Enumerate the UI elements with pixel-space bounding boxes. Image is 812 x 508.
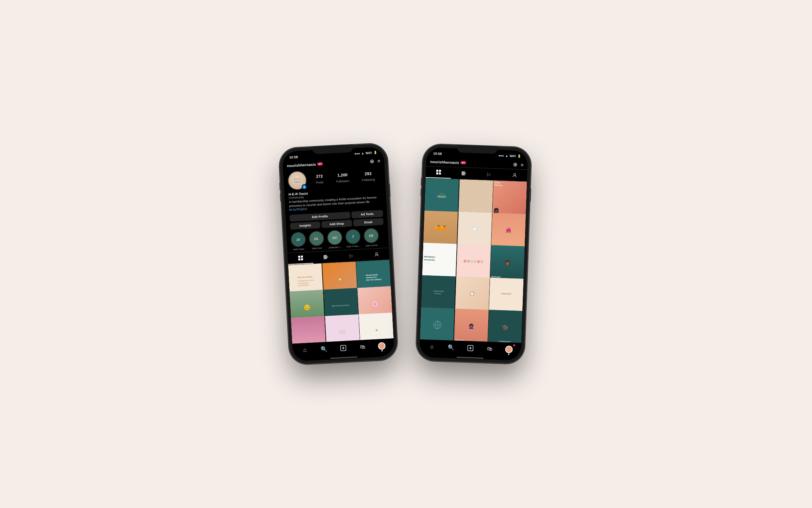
photo-grid-left: The Art of Inner... • mindfulness practi… [288,260,394,343]
ad-tools-button[interactable]: Ad Tools [351,210,383,218]
grid-cell[interactable]: 🌺 [491,213,526,247]
grid-cell[interactable] [458,179,493,214]
nav-add[interactable] [338,343,349,353]
menu-icon-right[interactable]: ≡ [521,162,524,167]
live-badge-right: ●+ [460,161,466,164]
screen-right: 10:58 ●●● ▲ WiFi 🔋 nourishheroasis ●+ ⊕ … [419,147,528,361]
grid-cell[interactable]: ◯◯◯◯◯◯ [325,314,360,344]
tab-grid-right[interactable] [426,166,451,179]
nav-profile-right[interactable] [503,344,514,354]
tab-grid[interactable] [288,252,314,265]
header-icons-left: ⊕ ≡ [369,157,380,165]
nav-profile[interactable] [376,341,387,351]
highlight-daily-inspo[interactable]: DI daily inspo [290,232,306,251]
nav-home[interactable]: ⌂ [299,345,310,355]
grid-cell[interactable]: ✉️ [457,212,492,246]
phone-left: 10:58 ●●● ▲ WiFi 🔋 nourishheroasis ●+ ⊕ … [278,143,398,365]
screen-left: 10:58 ●●● ▲ WiFi 🔋 nourishheroasis ●+ ⊕ … [282,147,394,362]
scene: 10:58 ●●● ▲ WiFi 🔋 nourishheroasis ●+ ⊕ … [284,146,528,362]
grid-cell[interactable]: 🌿🌿 TRUST [424,178,459,213]
stat-posts: 272 Posts [315,174,323,185]
photo-grid-right: 🌿🌿 TRUST femmepreneur [420,178,527,343]
video-icon [323,254,329,260]
nav-home-right[interactable]: ⌂ [426,342,437,352]
nav-add-right[interactable] [465,343,476,353]
tab-tagged-right[interactable] [502,169,527,182]
avatar-plus[interactable]: + [301,184,307,190]
tab-reels-right[interactable]: ▷ [476,168,502,181]
highlight-past-events[interactable]: PE past events [363,228,379,247]
grid-icon-right [436,169,442,175]
time-right: 10:58 [433,151,442,155]
notch-right [457,145,498,154]
video-icon-right [461,171,467,176]
header-icons-right: ⊕ ≡ [513,161,524,168]
tab-video-right[interactable] [451,167,477,180]
stat-followers: 1,200 Followers [336,172,349,184]
grid-cell[interactable]: SPOTLIGHT 👩🏾 [490,245,524,280]
status-icons-right: ●●● ▲ WiFi 🔋 [498,154,521,158]
insights-button[interactable]: Insights [290,221,320,230]
svg-rect-0 [298,256,300,258]
grid-cell[interactable]: REMINDER — — — [489,277,523,312]
svg-rect-1 [301,256,303,258]
avatar-container: H·E·ROasis + [287,171,307,191]
phone-right: 10:58 ●●● ▲ WiFi 🔋 nourishheroasis ●+ ⊕ … [416,144,532,364]
line-art-icon [432,319,443,330]
menu-icon[interactable]: ≡ [377,158,380,164]
username-right: nourishheroasis ●+ [430,160,466,165]
profile-section-left: H·E·ROasis + 272 Posts 1,200 Followers [283,165,387,214]
nav-search[interactable]: 🔍 [318,344,330,354]
svg-rect-12 [436,172,438,174]
grid-cell[interactable]: 📋 [455,276,490,311]
time-left: 10:58 [289,155,298,159]
plus-icon-right[interactable]: ⊕ [513,161,518,168]
svg-point-6 [375,253,377,255]
svg-marker-15 [465,172,466,174]
plus-icon[interactable]: ⊕ [369,158,374,165]
grid-cell[interactable]: 🦬 COMMUNITY [488,310,522,343]
grid-cell[interactable] [456,244,491,278]
svg-rect-14 [461,171,465,175]
email-button[interactable]: Email [353,218,383,227]
tab-reels[interactable]: ▷ [338,249,364,262]
svg-point-16 [514,173,516,175]
add-post-icon [340,345,346,351]
tagged-icon [374,252,379,257]
status-icons-left: ●●● ▲ WiFi 🔋 [354,151,377,156]
tagged-icon-right [512,172,517,178]
grid-cell[interactable]: 💃 [291,316,326,343]
svg-rect-10 [436,170,438,172]
nav-shop-right[interactable]: 🛍 [484,344,495,354]
add-shop-button[interactable]: Add Shop [321,220,352,228]
username-left: nourishheroasis ●+ [287,162,323,168]
highlight-daily-love[interactable]: DL daily love [309,231,324,250]
highlight-gratitude[interactable]: GC gratitude c... [327,230,343,249]
grid-cell[interactable]: 🍊🍊 [423,210,458,245]
grid-icon [298,255,303,261]
grid-cell[interactable]: SPOTLIGHT 👩🏾‍🦱 [454,309,488,343]
live-badge-left: ●+ [317,162,323,166]
highlight-food[interactable]: T food 4 thou... [345,229,361,248]
nav-search-right[interactable]: 🔍 [446,342,457,352]
svg-rect-2 [298,258,300,260]
grid-cell[interactable]: WorkplaceInclusivity — — — [422,243,457,277]
stats-grid: 272 Posts 1,200 Followers 293 Following [309,171,381,185]
svg-rect-13 [439,172,441,174]
profile-info: H-E-R Oasis Community A membership commu… [288,188,383,212]
svg-marker-5 [327,256,328,258]
grid-cell[interactable]: femmepreneurs 👩🏿 [492,181,527,215]
svg-rect-4 [323,255,327,259]
grid-cell[interactable]: A Dream Nowbe 4 pm... [421,275,455,310]
tab-tagged[interactable] [363,248,389,261]
nav-shop[interactable]: 🛍 [357,342,368,352]
profile-stats-left: H·E·ROasis + 272 Posts 1,200 Followers [287,167,382,190]
grid-cell[interactable] [420,308,454,342]
stat-following: 293 Following [362,171,375,183]
svg-rect-11 [439,170,441,172]
svg-rect-3 [301,258,303,260]
add-post-icon-right [467,345,474,352]
tab-video[interactable] [313,251,339,263]
